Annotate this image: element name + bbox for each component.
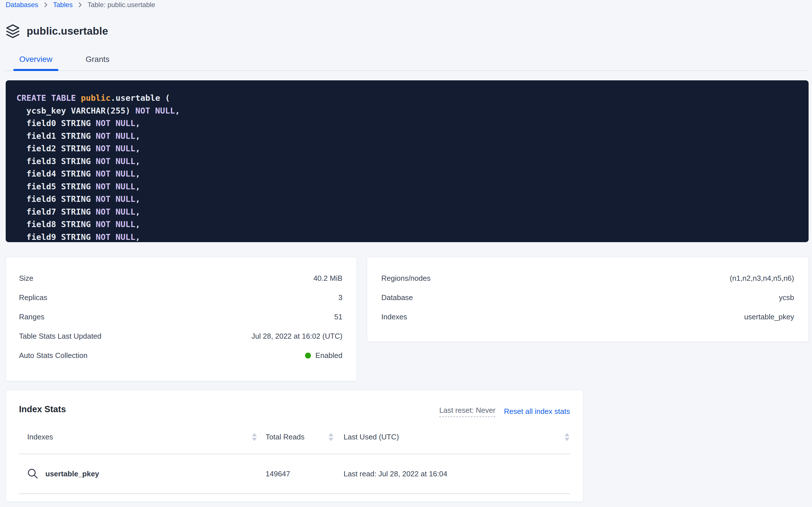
breadcrumb-databases[interactable]: Databases	[6, 1, 38, 9]
index-stats-header: Index Stats Last reset: Never Reset all …	[6, 390, 583, 420]
index-stats-row: usertable_pkey149647Last read: Jul 28, 2…	[19, 454, 570, 494]
tab-overview[interactable]: Overview	[13, 52, 58, 70]
detail-value: 51	[334, 313, 342, 321]
reset-all-index-stats-link[interactable]: Reset all index stats	[504, 407, 570, 416]
detail-row: Replicas3	[19, 288, 342, 307]
sql-line: field7 STRING NOT NULL,	[16, 206, 809, 218]
index-table-header-row: Indexes Total Reads Last Used (UTC)	[19, 420, 570, 454]
sort-arrows-icon	[251, 432, 257, 442]
detail-label: Ranges	[19, 313, 45, 321]
chevron-right-icon	[78, 2, 82, 8]
last-reset-label: Last reset: Never	[439, 406, 495, 417]
tabs: Overview Grants	[5, 52, 807, 71]
page-header: public.usertable	[6, 23, 108, 39]
detail-label: Regions/nodes	[381, 274, 430, 283]
index-table-body: usertable_pkey149647Last read: Jul 28, 2…	[19, 454, 570, 494]
search-icon	[27, 468, 39, 480]
detail-value: 40.2 MiB	[313, 274, 342, 283]
column-header-last-used-label: Last Used (UTC)	[343, 433, 399, 441]
sql-line: field1 STRING NOT NULL,	[16, 130, 809, 143]
column-header-total-reads-label: Total Reads	[265, 433, 304, 441]
create-table-statement: CREATE TABLE public.usertable ( ycsb_key…	[6, 80, 809, 242]
detail-label: Indexes	[381, 313, 407, 321]
detail-label: Database	[381, 293, 413, 302]
detail-row: Size40.2 MiB	[19, 269, 342, 288]
index-stats-title: Index Stats	[19, 404, 66, 414]
sql-line: field2 STRING NOT NULL,	[16, 142, 809, 155]
detail-label: Size	[19, 274, 34, 283]
detail-label: Replicas	[19, 293, 47, 302]
detail-value: 3	[338, 293, 342, 302]
column-header-indexes-label: Indexes	[27, 433, 53, 441]
sql-line: field5 STRING NOT NULL,	[16, 180, 809, 193]
table-stack-icon	[6, 24, 20, 39]
column-header-total-reads[interactable]: Total Reads	[257, 432, 334, 442]
chevron-right-icon	[44, 2, 48, 8]
breadcrumb-current: Table: public.usertable	[87, 1, 155, 9]
detail-row: Table Stats Last UpdatedJul 28, 2022 at …	[19, 327, 342, 346]
detail-row: Regions/nodes(n1,n2,n3,n4,n5,n6)	[381, 269, 794, 288]
sort-arrows-icon	[564, 432, 570, 442]
sql-line: field6 STRING NOT NULL,	[16, 193, 809, 206]
sql-line: field3 STRING NOT NULL,	[16, 155, 809, 168]
detail-value: Jul 28, 2022 at 16:02 (UTC)	[251, 332, 342, 341]
tab-grants[interactable]: Grants	[80, 52, 116, 70]
table-details-card: Size40.2 MiBReplicas3Ranges51Table Stats…	[6, 257, 357, 381]
breadcrumb: Databases Tables Table: public.usertable	[6, 1, 155, 9]
page-title: public.usertable	[27, 25, 108, 37]
sql-line: field8 STRING NOT NULL,	[16, 218, 809, 231]
index-name-link[interactable]: usertable_pkey	[45, 469, 99, 478]
sql-line: field4 STRING NOT NULL,	[16, 167, 809, 180]
sql-line: field9 STRING NOT NULL,	[16, 231, 809, 242]
detail-row: Indexesusertable_pkey	[381, 307, 794, 327]
enabled-status-dot-icon	[305, 352, 311, 358]
index-stats-card: Index Stats Last reset: Never Reset all …	[6, 390, 583, 502]
detail-row: Databaseycsb	[381, 288, 794, 307]
index-total-reads: 149647	[257, 469, 334, 478]
column-header-indexes[interactable]: Indexes	[19, 432, 257, 442]
detail-value: ycsb	[779, 293, 794, 302]
detail-row: Auto Stats CollectionEnabled	[19, 346, 342, 365]
detail-label: Table Stats Last Updated	[19, 332, 102, 341]
detail-value: usertable_pkey	[744, 313, 794, 321]
breadcrumb-tables[interactable]: Tables	[53, 1, 73, 9]
column-header-last-used[interactable]: Last Used (UTC)	[334, 432, 570, 442]
detail-value: (n1,n2,n3,n4,n5,n6)	[730, 274, 794, 283]
detail-value: Enabled	[305, 351, 342, 360]
sort-arrows-icon	[328, 432, 334, 442]
detail-label: Auto Stats Collection	[19, 351, 87, 360]
sql-line: field0 STRING NOT NULL,	[16, 117, 809, 130]
table-meta-card: Regions/nodes(n1,n2,n3,n4,n5,n6)Database…	[367, 257, 809, 342]
detail-row: Ranges51	[19, 307, 342, 327]
index-last-used: Last read: Jul 28, 2022 at 16:04	[334, 469, 570, 478]
sql-line: ycsb_key VARCHAR(255) NOT NULL,	[16, 105, 809, 117]
index-stats-table: Indexes Total Reads Last Used (UTC)	[19, 420, 570, 494]
sql-code: CREATE TABLE public.usertable ( ycsb_key…	[16, 92, 809, 242]
sql-line: CREATE TABLE public.usertable (	[16, 92, 809, 105]
